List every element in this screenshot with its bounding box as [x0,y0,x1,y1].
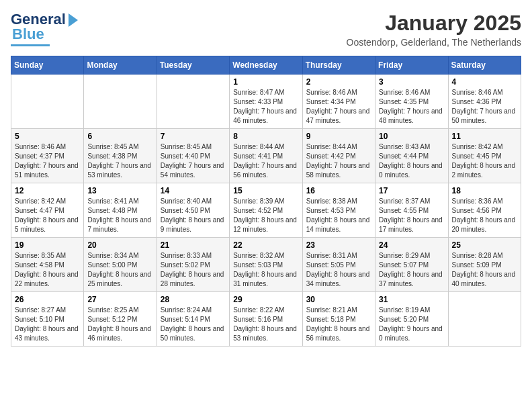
day-number: 11 [452,132,517,141]
day-info-text: Daylight: 7 hours and 50 minutes. [452,107,517,126]
day-info-text: Sunset: 5:02 PM [161,261,226,270]
day-info-text: Sunset: 4:55 PM [379,206,444,216]
day-info-text: Sunrise: 8:42 AM [15,197,80,206]
day-info-text: Daylight: 7 hours and 46 minutes. [233,107,298,126]
table-row [11,75,84,129]
table-row: 3Sunrise: 8:46 AMSunset: 4:35 PMDaylight… [375,75,448,129]
table-row: 25Sunrise: 8:28 AMSunset: 5:09 PMDayligh… [448,238,521,292]
day-number: 21 [161,240,226,250]
day-info-text: Sunset: 4:52 PM [233,206,298,216]
page-header: General Blue January 2025 Oostendorp, Ge… [11,11,521,48]
col-friday: Friday [375,56,448,75]
day-info-text: Daylight: 8 hours and 37 minutes. [379,270,444,289]
day-number: 1 [233,77,298,87]
col-tuesday: Tuesday [157,56,229,75]
day-info-text: Sunrise: 8:36 AM [452,197,517,206]
day-info-text: Daylight: 8 hours and 40 minutes. [452,270,517,289]
svg-marker-0 [69,13,78,27]
day-number: 23 [306,240,371,250]
day-number: 27 [87,295,152,304]
day-number: 13 [87,186,152,195]
day-info-text: Sunset: 4:38 PM [87,152,152,161]
day-info-text: Sunset: 5:03 PM [233,261,298,270]
day-info-text: Sunrise: 8:34 AM [87,251,152,261]
table-row: 24Sunrise: 8:29 AMSunset: 5:07 PMDayligh… [375,238,448,292]
day-number: 12 [15,186,80,195]
day-info-text: Sunrise: 8:27 AM [15,306,80,315]
day-info-text: Sunrise: 8:25 AM [87,306,152,315]
day-info-text: Sunset: 4:35 PM [379,97,444,107]
day-info-text: Sunrise: 8:31 AM [306,251,371,261]
day-info-text: Daylight: 8 hours and 50 minutes. [161,324,226,343]
day-info-text: Daylight: 8 hours and 5 minutes. [15,216,80,234]
day-info-text: Sunrise: 8:47 AM [233,88,298,97]
table-row: 4Sunrise: 8:46 AMSunset: 4:36 PMDaylight… [448,75,521,129]
table-row: 27Sunrise: 8:25 AMSunset: 5:12 PMDayligh… [84,292,157,347]
day-number: 6 [87,132,152,141]
table-row: 15Sunrise: 8:39 AMSunset: 4:52 PMDayligh… [230,183,302,238]
day-info-text: Sunrise: 8:37 AM [379,197,444,206]
day-number: 29 [233,295,298,304]
day-number: 19 [15,240,80,250]
day-info-text: Sunset: 5:07 PM [379,261,444,270]
calendar-table: Sunday Monday Tuesday Wednesday Thursday… [11,56,521,347]
calendar-week-row: 5Sunrise: 8:46 AMSunset: 4:37 PMDaylight… [11,129,521,183]
day-number: 26 [15,295,80,304]
day-info-text: Daylight: 7 hours and 47 minutes. [306,107,371,126]
table-row: 20Sunrise: 8:34 AMSunset: 5:00 PMDayligh… [84,238,157,292]
day-number: 28 [161,295,226,304]
calendar-week-row: 19Sunrise: 8:35 AMSunset: 4:58 PMDayligh… [11,238,521,292]
day-number: 3 [379,77,444,87]
day-info-text: Sunrise: 8:40 AM [161,197,226,206]
day-info-text: Daylight: 7 hours and 56 minutes. [233,161,298,180]
day-info-text: Daylight: 7 hours and 51 minutes. [15,161,80,180]
day-info-text: Daylight: 7 hours and 58 minutes. [306,161,371,180]
day-info-text: Sunrise: 8:32 AM [233,251,298,261]
day-info-text: Daylight: 8 hours and 31 minutes. [233,270,298,289]
day-info-text: Sunrise: 8:38 AM [306,197,371,206]
day-info-text: Daylight: 8 hours and 43 minutes. [15,324,80,343]
day-info-text: Daylight: 7 hours and 53 minutes. [87,161,152,180]
day-number: 24 [379,240,444,250]
day-number: 17 [379,186,444,195]
day-info-text: Daylight: 9 hours and 0 minutes. [379,324,444,343]
table-row: 19Sunrise: 8:35 AMSunset: 4:58 PMDayligh… [11,238,84,292]
day-info-text: Sunrise: 8:28 AM [452,251,517,261]
day-info-text: Sunset: 4:40 PM [161,152,226,161]
day-info-text: Sunrise: 8:39 AM [233,197,298,206]
day-info-text: Sunrise: 8:24 AM [161,306,226,315]
day-info-text: Sunset: 5:18 PM [306,315,371,324]
day-info-text: Sunrise: 8:29 AM [379,251,444,261]
table-row [84,75,157,129]
day-info-text: Sunset: 4:50 PM [161,206,226,216]
day-info-text: Sunset: 4:45 PM [452,152,517,161]
day-number: 10 [379,132,444,141]
table-row: 29Sunrise: 8:22 AMSunset: 5:16 PMDayligh… [230,292,302,347]
day-info-text: Sunset: 5:09 PM [452,261,517,270]
day-number: 2 [306,77,371,87]
table-row: 30Sunrise: 8:21 AMSunset: 5:18 PMDayligh… [302,292,375,347]
col-monday: Monday [84,56,157,75]
day-number: 16 [306,186,371,195]
table-row [157,75,229,129]
day-info-text: Sunset: 4:41 PM [233,152,298,161]
day-info-text: Daylight: 8 hours and 46 minutes. [87,324,152,343]
day-info-text: Sunset: 4:48 PM [87,206,152,216]
day-info-text: Sunrise: 8:22 AM [233,306,298,315]
day-info-text: Sunset: 4:36 PM [452,97,517,107]
day-info-text: Sunset: 4:44 PM [379,152,444,161]
month-title: January 2025 [347,11,521,36]
table-row [448,292,521,347]
col-wednesday: Wednesday [230,56,302,75]
table-row: 5Sunrise: 8:46 AMSunset: 4:37 PMDaylight… [11,129,84,183]
table-row: 31Sunrise: 8:19 AMSunset: 5:20 PMDayligh… [375,292,448,347]
day-number: 18 [452,186,517,195]
table-row: 11Sunrise: 8:42 AMSunset: 4:45 PMDayligh… [448,129,521,183]
day-info-text: Daylight: 8 hours and 34 minutes. [306,270,371,289]
day-number: 9 [306,132,371,141]
day-number: 22 [233,240,298,250]
day-info-text: Sunrise: 8:41 AM [87,197,152,206]
day-number: 25 [452,240,517,250]
day-number: 5 [15,132,80,141]
table-row: 8Sunrise: 8:44 AMSunset: 4:41 PMDaylight… [230,129,302,183]
